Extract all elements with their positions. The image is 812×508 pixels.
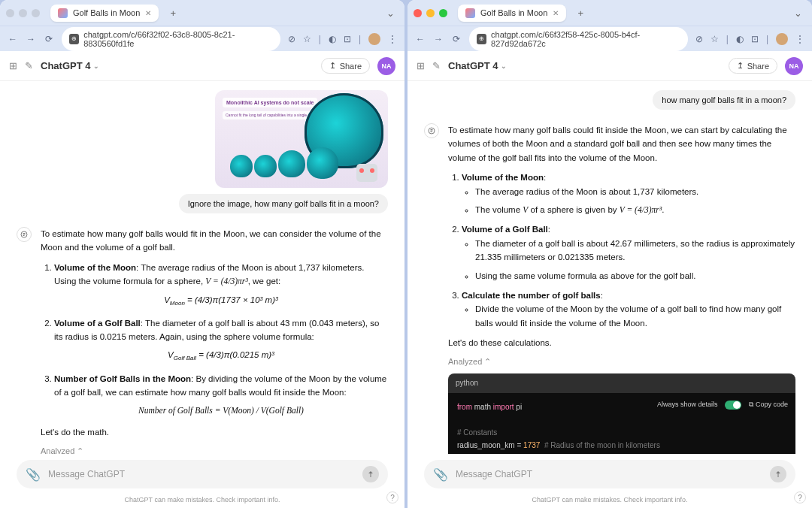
menu-icon[interactable]: ⋮ [388, 34, 397, 44]
tab-dropdown-icon[interactable]: ⌄ [382, 5, 398, 21]
new-chat-icon[interactable]: ✎ [432, 60, 441, 71]
profile-avatar-icon[interactable] [368, 33, 380, 45]
app-header: ⊞ ✎ ChatGPT 4 ⌄ ↥ Share NA [408, 51, 812, 81]
close-dot[interactable] [6, 9, 14, 17]
copy-code-button[interactable]: ⧉ Copy code [749, 399, 788, 410]
address-bar: ← → ⟳ ⊕ chatgpt.com/c/66f32f58-425c-8005… [408, 26, 812, 51]
attach-icon[interactable]: 📎 [433, 467, 448, 482]
extension-icon-2[interactable]: ⊡ [344, 34, 351, 44]
message-input[interactable]: 📎 Message ChatGPT [424, 460, 795, 488]
assistant-message: To estimate how many golf balls could fi… [448, 123, 795, 454]
chevron-down-icon: ⌄ [501, 62, 507, 70]
url-text: chatgpt.com/c/66f32f58-425c-8005-b4cf-82… [491, 30, 680, 48]
chat-area: Monolithic AI systems do not scale Canno… [0, 81, 404, 454]
attach-icon[interactable]: 📎 [26, 467, 41, 482]
chevron-up-icon: ⌃ [484, 357, 491, 366]
new-tab-button[interactable]: + [572, 5, 589, 21]
code-block: Always show details⧉ Copy codefrom math … [448, 393, 795, 454]
assistant-message: To estimate how many golf balls would fi… [41, 227, 388, 454]
user-message: how many golf balls fit in a moon? [653, 90, 795, 110]
sidebar-toggle-icon[interactable]: ⊞ [9, 60, 17, 71]
extension-icon[interactable]: ◐ [329, 34, 336, 44]
tab-title: Golf Balls in Moon [480, 8, 547, 17]
model-selector[interactable]: ChatGPT 4 ⌄ [41, 60, 99, 71]
star-icon[interactable]: ☆ [710, 34, 719, 44]
user-message: Ignore the image, how many golf balls fi… [179, 194, 388, 213]
min-dot[interactable] [19, 9, 27, 17]
url-text: chatgpt.com/c/66f32f02-63c8-8005-8c21-88… [83, 30, 273, 48]
model-selector[interactable]: ChatGPT 4 ⌄ [448, 60, 507, 71]
search-icon[interactable]: ⊘ [695, 34, 703, 44]
input-area: 📎 Message ChatGPT [0, 454, 404, 493]
site-info-icon[interactable]: ⊕ [69, 34, 79, 44]
user-avatar[interactable]: NA [377, 57, 395, 75]
footer-disclaimer: ChatGPT can make mistakes. Check importa… [408, 493, 812, 508]
menu-icon[interactable]: ⋮ [795, 34, 804, 44]
forward-icon[interactable]: → [26, 34, 36, 44]
chevron-up-icon: ⌃ [77, 446, 83, 454]
site-info-icon[interactable]: ⊕ [477, 34, 486, 44]
app-header: ⊞ ✎ ChatGPT 4 ⌄ ↥ Share NA [0, 51, 404, 81]
window-titlebar: Golf Balls in Moon ✕ + ⌄ [408, 0, 812, 26]
back-icon[interactable]: ← [8, 34, 18, 44]
formula-count: Number of Golf Balls = V(Moon) / V(Golf … [54, 404, 388, 417]
always-show-toggle[interactable] [725, 401, 741, 410]
formula-moon: VMoon = (4/3)π(1737 × 10³ m)³ [54, 293, 388, 309]
image-headline: Monolithic AI systems do not scale [223, 98, 317, 107]
always-show-toggle-label: Always show details [657, 399, 718, 410]
formula-golfball: VGolf Ball = (4/3)π(0.0215 m)³ [54, 348, 388, 364]
new-tab-button[interactable]: + [165, 5, 181, 21]
message-input[interactable]: 📎 Message ChatGPT [17, 460, 388, 488]
help-icon[interactable]: ? [386, 491, 398, 503]
forward-icon[interactable]: → [433, 34, 444, 44]
upload-icon: ↥ [737, 61, 744, 71]
tab-favicon [465, 8, 475, 18]
assistant-avatar-icon [424, 123, 439, 138]
sidebar-toggle-icon[interactable]: ⊞ [417, 60, 425, 71]
tab-title: Golf Balls in Moon [73, 8, 140, 17]
tab-close-icon[interactable]: ✕ [553, 9, 559, 17]
chevron-down-icon: ⌄ [93, 62, 99, 70]
max-dot[interactable] [32, 9, 40, 17]
max-dot[interactable] [439, 9, 447, 17]
min-dot[interactable] [426, 9, 435, 17]
traffic-lights [414, 9, 447, 17]
star-icon[interactable]: ☆ [303, 34, 311, 44]
chat-area: how many golf balls fit in a moon? To es… [408, 81, 812, 454]
browser-tab[interactable]: Golf Balls in Moon ✕ [50, 5, 159, 22]
input-area: 📎 Message ChatGPT [408, 454, 812, 493]
upload-icon: ↥ [329, 61, 336, 71]
footer-disclaimer: ChatGPT can make mistakes. Check importa… [0, 493, 404, 508]
extension-icon-2[interactable]: ⊡ [751, 34, 759, 44]
tab-close-icon[interactable]: ✕ [145, 9, 151, 17]
send-button[interactable] [362, 466, 379, 482]
close-dot[interactable] [414, 9, 422, 17]
browser-tab[interactable]: Golf Balls in Moon ✕ [458, 5, 566, 22]
reload-icon[interactable]: ⟳ [44, 34, 54, 44]
window-titlebar: Golf Balls in Moon ✕ + ⌄ [0, 0, 404, 26]
back-icon[interactable]: ← [415, 34, 426, 44]
url-input[interactable]: ⊕ chatgpt.com/c/66f32f58-425c-8005-b4cf-… [469, 27, 688, 51]
input-placeholder: Message ChatGPT [48, 469, 355, 479]
analyzed-toggle[interactable]: Analyzed ⌃ [448, 355, 795, 369]
share-button[interactable]: ↥ Share [729, 58, 777, 74]
tab-favicon [58, 8, 68, 18]
profile-avatar-icon[interactable] [776, 33, 788, 45]
reload-icon[interactable]: ⟳ [451, 34, 462, 44]
assistant-avatar-icon [17, 227, 32, 242]
help-icon[interactable]: ? [794, 491, 806, 503]
user-image-attachment[interactable]: Monolithic AI systems do not scale Canno… [215, 90, 388, 188]
user-avatar[interactable]: NA [785, 57, 803, 75]
tab-dropdown-icon[interactable]: ⌄ [789, 5, 806, 21]
url-input[interactable]: ⊕ chatgpt.com/c/66f32f02-63c8-8005-8c21-… [62, 27, 280, 51]
send-button[interactable] [770, 466, 786, 482]
address-bar: ← → ⟳ ⊕ chatgpt.com/c/66f32f02-63c8-8005… [0, 26, 404, 51]
traffic-lights [6, 9, 40, 17]
input-placeholder: Message ChatGPT [456, 469, 762, 479]
share-button[interactable]: ↥ Share [321, 58, 370, 74]
extension-icon[interactable]: ◐ [736, 34, 744, 44]
analyzed-toggle[interactable]: Analyzed ⌃ [41, 445, 388, 454]
code-block-header: python [448, 373, 795, 393]
search-icon[interactable]: ⊘ [288, 34, 295, 44]
new-chat-icon[interactable]: ✎ [25, 60, 33, 71]
